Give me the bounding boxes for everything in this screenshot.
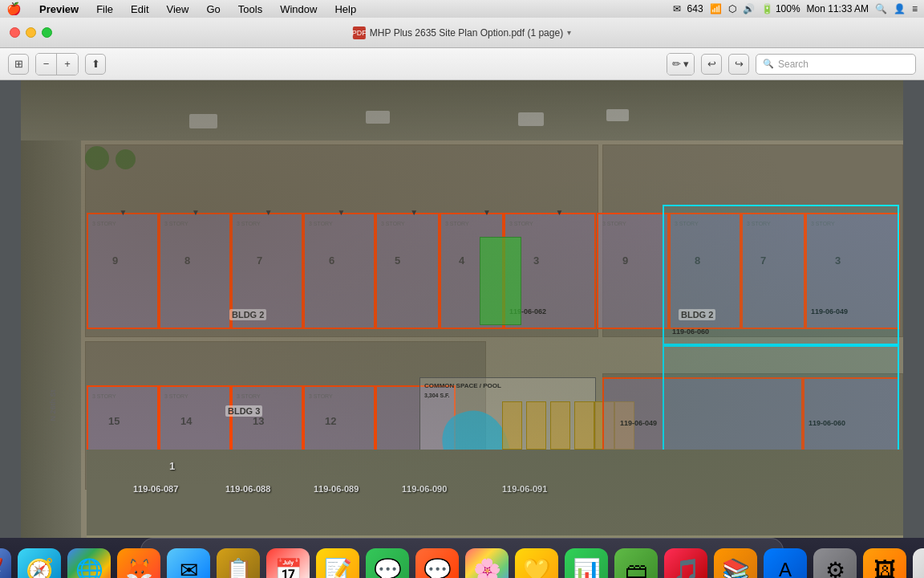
dock-item-notefile[interactable]: 📋: [217, 548, 260, 578]
menu-go[interactable]: Go: [203, 2, 223, 16]
bldg2-right-label: BLDG 2: [679, 309, 715, 320]
battery-icon: 🔋 100%: [761, 3, 800, 14]
dock-item-notes[interactable]: 📝: [316, 548, 359, 578]
notes-icon: 📝: [324, 557, 352, 579]
mail-icon: ✉: [673, 3, 681, 14]
rotate-right-icon: ↪: [735, 58, 744, 70]
menu-help[interactable]: Help: [331, 2, 359, 16]
rotate-left-button[interactable]: ↩: [701, 54, 722, 75]
rotate-right-button[interactable]: ↪: [728, 54, 749, 75]
unit-4-label: 4: [459, 254, 464, 267]
unit-6-label: 6: [329, 254, 334, 267]
story-8-label: 3 STORY: [164, 221, 188, 226]
dock-item-facetime[interactable]: 💬: [415, 548, 459, 578]
user-icon[interactable]: 👤: [894, 3, 906, 14]
arrow-1: ▼: [119, 208, 127, 217]
green-unit: [480, 237, 521, 325]
arrow-7: ▼: [556, 208, 564, 217]
parcel-id-091: 119-06-091: [502, 484, 547, 494]
dock-item-appstore[interactable]: A: [764, 548, 807, 578]
unit-9-right-label: 9: [622, 254, 628, 267]
messages-icon: 💬: [374, 557, 402, 579]
sidebar-icon: ⊞: [14, 58, 23, 70]
dock-item-numbers-alt[interactable]: 💛: [515, 548, 558, 578]
books-icon: 📚: [722, 557, 750, 579]
maximize-button[interactable]: [42, 27, 52, 38]
close-button[interactable]: [10, 27, 20, 38]
launchpad-icon: 🚀: [0, 557, 4, 579]
dock-item-firefox[interactable]: 🦊: [117, 548, 160, 578]
dock-item-calendar[interactable]: 📅: [266, 548, 310, 578]
menubar: 🍎 Preview File Edit View Go Tools Window…: [0, 0, 924, 18]
dock-item-prefs[interactable]: ⚙: [813, 548, 857, 578]
numbers-icon: 📊: [573, 557, 601, 579]
tree-2: [116, 149, 136, 169]
unit-5-label: 5: [395, 254, 400, 267]
story-12-label: 3 STORY: [309, 393, 333, 399]
window-title-area: PDF MHP Plus 2635 Site Plan Option.pdf (…: [353, 26, 571, 39]
story-9-right-label: 3 STORY: [602, 221, 626, 226]
markup-button[interactable]: ✏ ▾: [667, 54, 694, 75]
dock-item-preview[interactable]: 🖼: [863, 548, 906, 578]
music-icon: 🎵: [672, 557, 700, 579]
parcel-unit-6-left: 6 3 STORY: [303, 213, 375, 329]
dock-item-image-editor[interactable]: 🗂: [913, 548, 924, 578]
dock-item-books[interactable]: 📚: [714, 548, 757, 578]
sidebar-toggle-button[interactable]: ⊞: [8, 54, 29, 75]
dock-item-numbers[interactable]: 📊: [565, 548, 608, 578]
unit-14-label: 14: [180, 415, 192, 427]
parcel-060-top: 119-06-060: [663, 205, 899, 345]
facetime-icon: 💬: [424, 557, 452, 579]
safari-icon: 🧭: [26, 557, 54, 579]
vehicle-2: [366, 111, 390, 124]
share-button[interactable]: ⬆: [85, 54, 106, 75]
arrow-2: ▼: [192, 208, 200, 217]
menu-tools[interactable]: Tools: [235, 2, 265, 16]
lot-number-1: 1: [169, 460, 175, 472]
pdf-icon: PDF: [353, 26, 366, 39]
photos-icon: 🌸: [473, 557, 501, 579]
dock-item-launchpad[interactable]: 🚀: [0, 548, 11, 578]
control-icon[interactable]: ≡: [912, 3, 918, 14]
app-name[interactable]: Preview: [36, 2, 82, 16]
search-bar[interactable]: 🔍 Search: [756, 54, 916, 75]
toolbar: ⊞ − + ⬆ ✏ ▾ ↩ ↪ 🔍 Search: [0, 48, 924, 80]
story-4-label: 3 STORY: [445, 221, 469, 226]
minimize-button[interactable]: [26, 27, 36, 38]
top-street: [21, 80, 903, 140]
structure-2: [526, 401, 546, 450]
menu-file[interactable]: File: [93, 2, 116, 16]
unit-15-label: 15: [108, 415, 120, 427]
unit-7-label: 7: [257, 254, 262, 267]
pdf-content-area: 9 3 STORY 8 3 STORY 7 3 STORY 6 3 STORY …: [0, 80, 924, 538]
dock-item-safari[interactable]: 🧭: [18, 548, 61, 578]
site-plan-map: 9 3 STORY 8 3 STORY 7 3 STORY 6 3 STORY …: [21, 80, 903, 538]
dock-item-music[interactable]: 🎵: [664, 548, 707, 578]
appstore-icon: A: [779, 559, 792, 578]
zoom-out-button[interactable]: −: [36, 54, 57, 75]
prefs-icon: ⚙: [825, 557, 845, 579]
dock-item-chrome[interactable]: 🌐: [67, 548, 111, 578]
dock-item-mail[interactable]: ✉: [167, 548, 210, 578]
dock-item-finder-green[interactable]: 🗃: [614, 548, 658, 578]
parcel-code-049-bottom: 119-06-049: [620, 419, 657, 427]
structure-1: [502, 401, 522, 450]
dock-item-messages[interactable]: 💬: [366, 548, 409, 578]
zoom-in-button[interactable]: +: [57, 54, 78, 75]
apple-menu[interactable]: 🍎: [6, 2, 22, 16]
arrow-5: ▼: [410, 208, 418, 217]
story-6-label: 3 STORY: [309, 221, 333, 226]
search-menubar-icon[interactable]: 🔍: [875, 3, 887, 14]
title-chevron-icon[interactable]: ▾: [567, 28, 571, 37]
wifi-icon: 📶: [710, 3, 722, 14]
preview-icon: 🖼: [873, 557, 896, 579]
menu-window[interactable]: Window: [277, 2, 320, 16]
zoom-controls: − +: [35, 53, 79, 75]
clock: Mon 11:33 AM: [807, 3, 869, 14]
dock-item-photos[interactable]: 🌸: [465, 548, 509, 578]
chrome-icon: 🌐: [75, 557, 103, 579]
menu-view[interactable]: View: [164, 2, 192, 16]
zoom-in-icon: +: [64, 58, 71, 70]
story-13-label: 3 STORY: [237, 393, 261, 399]
menu-edit[interactable]: Edit: [128, 2, 152, 16]
